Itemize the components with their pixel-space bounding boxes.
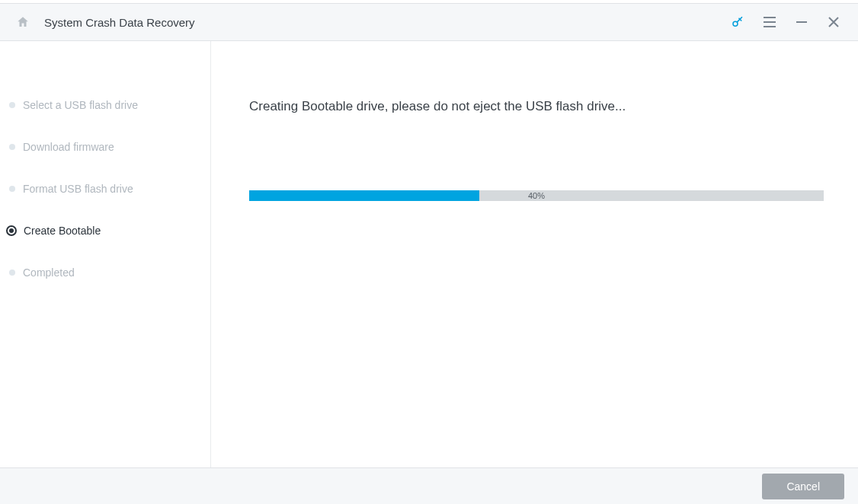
svg-rect-4 [796,21,807,23]
bullet-icon [9,186,15,192]
menu-icon[interactable] [759,11,780,33]
key-icon[interactable] [727,11,748,33]
svg-rect-1 [764,17,776,18]
footer-bar: Cancel [0,467,858,504]
status-text: Creating Bootable drive, please do not e… [249,99,824,114]
title-bar: System Crash Data Recovery [0,3,858,41]
progress-bar: 40% [249,190,824,201]
home-icon[interactable] [15,14,30,30]
svg-rect-2 [764,21,776,23]
step-format-usb: Format USB flash drive [9,183,203,195]
step-label: Format USB flash drive [23,183,133,195]
step-create-bootable: Create Bootable [9,225,203,237]
bullet-icon [9,144,15,150]
step-label: Download firmware [23,141,114,153]
step-label: Create Bootable [24,225,101,237]
progress-label: 40% [528,191,545,200]
minimize-button[interactable] [791,11,812,33]
step-completed: Completed [9,266,203,279]
cancel-button[interactable]: Cancel [762,474,844,499]
main-pane: Creating Bootable drive, please do not e… [211,41,858,467]
bullet-icon [9,102,15,108]
sidebar: Select a USB flash drive Download firmwa… [0,41,211,467]
bullet-icon [9,270,15,276]
svg-rect-3 [764,26,776,27]
page-title: System Crash Data Recovery [44,16,195,29]
close-button[interactable] [823,11,844,33]
step-select-usb: Select a USB flash drive [9,99,203,111]
body-area: Select a USB flash drive Download firmwa… [0,41,858,467]
step-download-firmware: Download firmware [9,141,203,153]
step-label: Completed [23,266,75,279]
step-label: Select a USB flash drive [23,99,138,111]
active-step-icon [6,225,17,236]
progress-fill [249,190,479,201]
